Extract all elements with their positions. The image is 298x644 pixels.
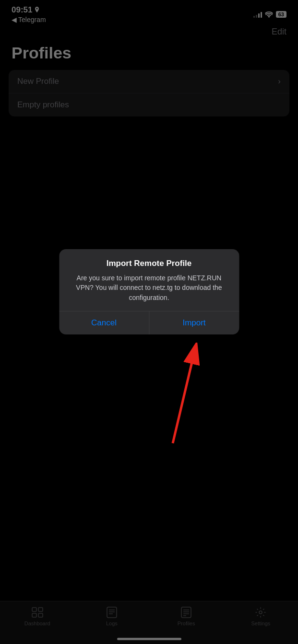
- import-button[interactable]: Import: [149, 311, 239, 334]
- alert-buttons: Cancel Import: [59, 311, 239, 334]
- home-indicator: [117, 638, 181, 640]
- alert-message: Are you sure to import remote profile NE…: [68, 273, 230, 302]
- alert-title: Import Remote Profile: [68, 259, 230, 268]
- alert-dialog: Import Remote Profile Are you sure to im…: [59, 249, 239, 334]
- cancel-button[interactable]: Cancel: [59, 311, 149, 334]
- alert-content: Import Remote Profile Are you sure to im…: [59, 249, 239, 311]
